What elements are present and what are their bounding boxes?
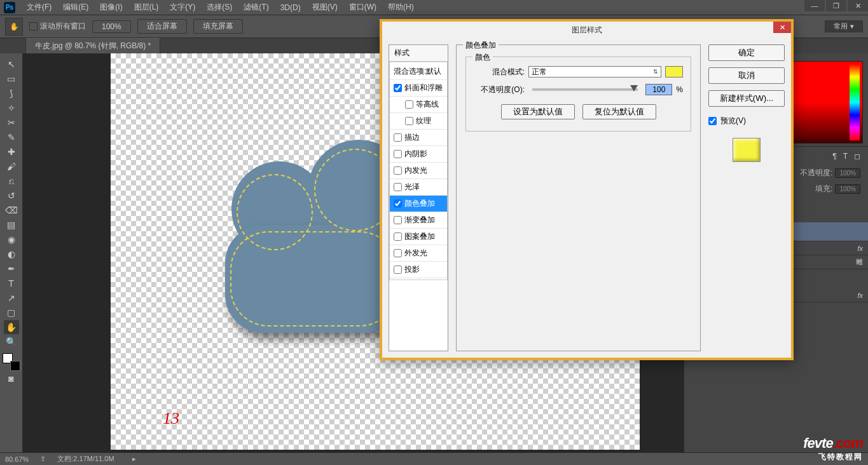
style-drop-shadow[interactable]: 投影 [390,262,447,278]
active-tool-icon[interactable]: ✋ [5,18,23,36]
style-bevel-check[interactable] [394,84,402,92]
minimize-button[interactable]: — [804,0,825,11]
path-icon[interactable]: ◻ [854,152,860,161]
color-subgroup: 颜色 混合模式: 正常 不透明度(O): % 设置为默认值 复位为默认值 [465,57,691,131]
fit-screen-button[interactable]: 适合屏幕 [137,19,187,34]
type-icon[interactable]: T [843,152,848,161]
cancel-button[interactable]: 取消 [708,67,785,84]
overlay-opacity-input[interactable] [645,84,672,95]
style-contour-check[interactable] [405,100,413,109]
menu-image[interactable]: 图像(I) [95,1,127,14]
menu-edit[interactable]: 编辑(E) [58,1,93,14]
color-overlay-group: 颜色叠加 颜色 混合模式: 正常 不透明度(O): % 设置为默认值 复位为默认… [456,44,701,351]
move-tool[interactable]: ↖ [4,57,19,71]
brush-tool[interactable]: 🖌 [4,159,19,173]
menu-filter[interactable]: 滤镜(T) [238,1,273,14]
shape-tool[interactable]: ▢ [4,306,19,320]
pen-tool[interactable]: ✒ [4,262,19,276]
background-swatch[interactable] [10,361,20,371]
reset-default-button[interactable]: 复位为默认值 [582,104,656,119]
styles-header[interactable]: 样式 [389,45,448,62]
workspace-preset-dropdown[interactable]: 常用 [825,20,863,32]
menu-window[interactable]: 窗口(W) [344,1,382,14]
opacity-value[interactable]: 100% [835,168,860,178]
ok-button[interactable]: 确定 [708,44,785,61]
gradient-tool[interactable]: ▤ [4,218,19,232]
history-brush-tool[interactable]: ↺ [4,189,19,203]
eyedropper-tool[interactable]: ✎ [4,130,19,144]
style-outer-glow[interactable]: 外发光 [390,245,447,262]
dialog-close-button[interactable]: ✕ [773,22,791,33]
stamp-tool[interactable]: ⎌ [4,174,19,188]
blend-default-row[interactable]: 混合选项:默认 [390,64,447,80]
wand-tool[interactable]: ✧ [4,101,19,115]
set-default-button[interactable]: 设置为默认值 [501,104,575,119]
dodge-tool[interactable]: ◐ [4,247,19,261]
style-pattern-overlay[interactable]: 图案叠加 [390,229,447,245]
style-drop-shadow-check[interactable] [394,266,402,274]
style-color-overlay-check[interactable] [394,199,402,208]
hue-slider[interactable] [850,64,860,140]
style-satin[interactable]: 光泽 [390,179,447,196]
style-inner-glow[interactable]: 内发光 [390,163,447,179]
menu-text[interactable]: 文字(Y) [165,1,200,14]
fill-value[interactable]: 100% [835,184,860,194]
crop-tool[interactable]: ✂ [4,116,19,130]
style-inner-glow-check[interactable] [394,166,402,175]
eraser-tool[interactable]: ⌫ [4,203,19,217]
zoom-100-button[interactable]: 100% [92,20,131,33]
style-stroke-check[interactable] [394,133,402,142]
heal-tool[interactable]: ✚ [4,145,19,159]
dialog-titlebar[interactable]: 图层样式 ✕ [382,22,791,38]
status-zoom[interactable]: 80.67% [5,455,29,463]
document-tab[interactable]: 牛皮.jpg @ 80.7% (针脚, RGB/8) * [25,38,160,53]
style-pattern-overlay-check[interactable] [394,232,402,241]
style-stroke[interactable]: 描边 [390,130,447,146]
scroll-all-checkbox[interactable]: 滚动所有窗口 [29,21,86,32]
menu-help[interactable]: 帮助(H) [383,1,419,14]
style-texture-check[interactable] [405,117,413,125]
preview-checkbox[interactable] [708,117,717,125]
style-gradient-overlay[interactable]: 渐变叠加 [390,212,447,229]
menu-view[interactable]: 视图(V) [307,1,343,14]
blend-mode-select[interactable]: 正常 [528,66,661,78]
style-texture[interactable]: 纹理 [390,113,447,130]
style-gradient-overlay-check[interactable] [394,216,402,224]
menu-3d[interactable]: 3D(D) [275,2,306,13]
menu-bar: Ps 文件(F) 编辑(E) 图像(I) 图层(L) 文字(Y) 选择(S) 滤… [0,0,868,15]
style-contour[interactable]: 等高线 [390,97,447,113]
style-outer-glow-check[interactable] [394,249,402,257]
preview-label: 预览(V) [720,116,746,126]
style-inner-shadow[interactable]: 内阴影 [390,146,447,163]
close-button[interactable]: ✕ [848,0,868,11]
menu-select[interactable]: 选择(S) [202,1,237,14]
new-style-button[interactable]: 新建样式(W)... [708,90,785,107]
status-docsize: 文档:2.17M/11.0M [57,454,114,464]
menu-file[interactable]: 文件(F) [22,1,57,14]
zoom-tool[interactable]: 🔍 [4,335,19,349]
style-inner-shadow-check[interactable] [394,150,402,158]
hand-tool[interactable]: ✋ [4,320,19,334]
fill-screen-button[interactable]: 填充屏幕 [193,19,243,34]
path-tool[interactable]: ↗ [4,291,19,305]
status-caret-icon[interactable]: ▸ [132,455,136,463]
dialog-actions: 确定 取消 新建样式(W)... 预览(V) [708,44,785,351]
color-swatches[interactable] [3,353,20,371]
lasso-tool[interactable]: ⟆ [4,86,19,100]
preview-swatch [733,138,761,162]
blur-tool[interactable]: ◉ [4,232,19,246]
blend-mode-label: 混合模式: [474,67,525,78]
style-bevel[interactable]: 斜面和浮雕 [390,80,447,97]
dialog-title: 图层样式 [572,25,602,36]
char-icon[interactable]: ¶ [832,152,836,161]
marquee-tool[interactable]: ▭ [4,72,19,86]
style-satin-check[interactable] [394,183,402,191]
maximize-button[interactable]: ❐ [826,0,846,11]
status-arrow-icon[interactable]: ⇪ [40,455,46,463]
style-color-overlay[interactable]: 颜色叠加 [390,196,447,212]
overlay-color-swatch[interactable] [665,66,683,78]
overlay-opacity-slider[interactable] [532,88,638,91]
type-tool[interactable]: T [4,276,19,290]
menu-layer[interactable]: 图层(L) [129,1,164,14]
quick-mask-tool[interactable]: ◙ [4,372,19,386]
